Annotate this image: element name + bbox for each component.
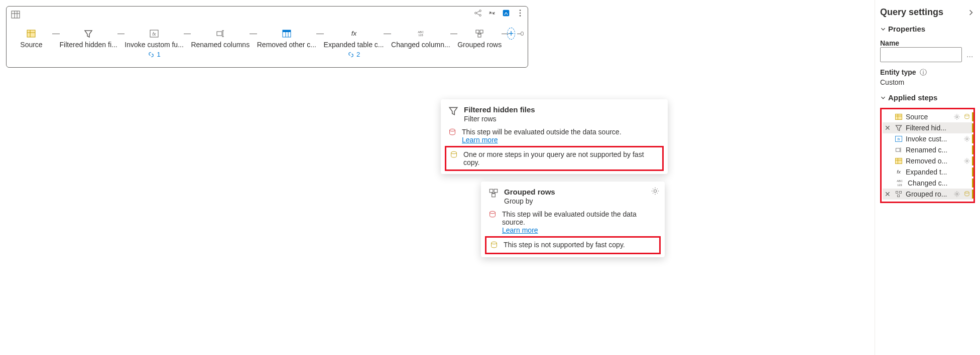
svg-point-36 (654, 190, 656, 192)
powerquery-icon[interactable] (502, 9, 511, 18)
applied-step-item[interactable]: fxInvoke cust... (883, 133, 972, 144)
applied-step-item[interactable]: fxExpanded t... (883, 166, 972, 177)
applied-step-item[interactable]: ✕Grouped ro... (883, 189, 972, 200)
diagram-step-link-count[interactable]: 2 (347, 51, 360, 58)
info-icon[interactable]: ⓘ (918, 68, 927, 76)
chevron-down-icon (880, 95, 886, 101)
step-accent (972, 123, 973, 132)
filter-icon (448, 105, 459, 116)
share-icon[interactable] (473, 9, 482, 18)
chevron-right-icon[interactable] (967, 9, 975, 17)
diagram-step-link-count[interactable]: 1 (148, 51, 160, 58)
svg-point-11 (520, 13, 521, 14)
diagram-step-expanded[interactable]: fx Expanded table c... 2 (324, 29, 384, 58)
step-accent (972, 190, 973, 199)
table-icon (895, 157, 903, 165)
applied-step-label: Expanded t... (906, 168, 970, 176)
applied-steps-list: Source✕Filtered hid...fxInvoke cust...Re… (880, 108, 975, 203)
svg-point-35 (451, 151, 457, 154)
diagram-step-source[interactable]: Source (11, 29, 52, 49)
rename-icon (895, 146, 903, 154)
name-more-button[interactable]: … (965, 47, 975, 62)
svg-rect-13 (27, 30, 35, 37)
diagram-step-filtered[interactable]: Filtered hidden fi... (60, 29, 117, 49)
svg-rect-37 (489, 189, 493, 193)
applied-step-item[interactable]: ✕Filtered hid... (883, 122, 972, 133)
svg-rect-39 (492, 194, 496, 197)
applied-step-label: Renamed c... (906, 146, 970, 154)
svg-rect-38 (494, 189, 498, 193)
svg-rect-18 (217, 32, 222, 36)
svg-rect-30 (480, 30, 483, 33)
query-diagram-card: Source Filtered hidden fi... fx Invoke c… (6, 6, 528, 68)
chevron-down-icon (880, 26, 886, 32)
connector (384, 34, 391, 34)
applied-step-item[interactable]: ABC123Changed c... (883, 177, 972, 189)
fastcopy-warning-icon (449, 150, 458, 159)
fx-icon: fx (349, 29, 359, 39)
learn-more-link[interactable]: Learn more (462, 136, 498, 144)
tooltip-warning: This step will be evaluated outside the … (502, 210, 658, 226)
diagram-step-label: Renamed columns (191, 41, 250, 49)
connector (250, 34, 257, 34)
delete-step-icon[interactable]: ✕ (885, 190, 892, 198)
datasource-icon (963, 113, 970, 120)
svg-point-47 (956, 116, 958, 118)
svg-point-43 (492, 242, 497, 244)
svg-rect-61 (896, 191, 898, 193)
diagram-step-label: Source (20, 41, 42, 49)
step-accent (972, 179, 973, 188)
svg-point-57 (966, 160, 968, 162)
more-icon[interactable] (516, 9, 525, 18)
applied-step-item[interactable]: Source (883, 111, 972, 122)
query-settings-pane: Query settings Properties Name … Entity … (875, 0, 980, 355)
gear-icon[interactable] (953, 113, 960, 120)
svg-point-5 (479, 10, 481, 12)
svg-text:123: 123 (897, 184, 902, 187)
svg-line-8 (476, 14, 479, 15)
add-step-button[interactable]: + (507, 28, 516, 40)
diagram-step-label: Changed column... (391, 41, 450, 49)
applied-step-item[interactable]: Removed o... (883, 155, 972, 166)
gear-icon[interactable] (963, 157, 970, 164)
gear-icon[interactable] (963, 135, 970, 142)
gear-icon[interactable] (651, 187, 660, 196)
delete-step-icon[interactable]: ✕ (885, 124, 892, 132)
diagram-step-invoke[interactable]: fx Invoke custom fu... 1 (125, 29, 184, 58)
gear-icon[interactable] (953, 191, 960, 198)
diagram-step-removed[interactable]: Removed other c... (257, 29, 316, 49)
svg-text:ABC: ABC (418, 31, 424, 34)
svg-text:ABC: ABC (897, 180, 903, 183)
svg-text:fx: fx (897, 169, 901, 174)
step-accent (972, 167, 973, 176)
diagram-step-renamed[interactable]: Renamed columns (191, 29, 250, 49)
learn-more-link[interactable]: Learn more (502, 226, 538, 234)
applied-steps-header[interactable]: Applied steps (880, 93, 975, 102)
step-accent (972, 112, 973, 121)
svg-rect-63 (898, 195, 900, 197)
connector (117, 34, 125, 34)
properties-header[interactable]: Properties (880, 25, 975, 33)
diagram-step-label: Grouped rows (457, 41, 502, 49)
applied-step-item[interactable]: Renamed c... (883, 144, 972, 155)
svg-point-4 (475, 12, 477, 14)
rail-end (521, 32, 524, 36)
svg-text:fx: fx (898, 137, 901, 141)
fx-table-icon: fx (895, 135, 903, 143)
svg-line-7 (476, 11, 479, 13)
connector (316, 34, 324, 34)
diagram-step-changed[interactable]: ABC123 Changed column... (391, 29, 450, 49)
fx-table-icon: fx (149, 29, 159, 39)
warning-db-icon (488, 210, 497, 219)
name-input[interactable] (880, 47, 962, 62)
connector (52, 34, 60, 34)
svg-rect-44 (896, 114, 902, 119)
tooltip-title: Filtered hidden files (464, 105, 535, 114)
svg-rect-23 (283, 30, 291, 32)
diagram-step-grouped[interactable]: Grouped rows (457, 29, 502, 49)
svg-rect-52 (896, 148, 900, 151)
table-icon (11, 10, 21, 20)
abc123-icon: ABC123 (895, 179, 905, 187)
svg-rect-0 (12, 11, 20, 18)
collapse-icon[interactable] (487, 9, 497, 18)
